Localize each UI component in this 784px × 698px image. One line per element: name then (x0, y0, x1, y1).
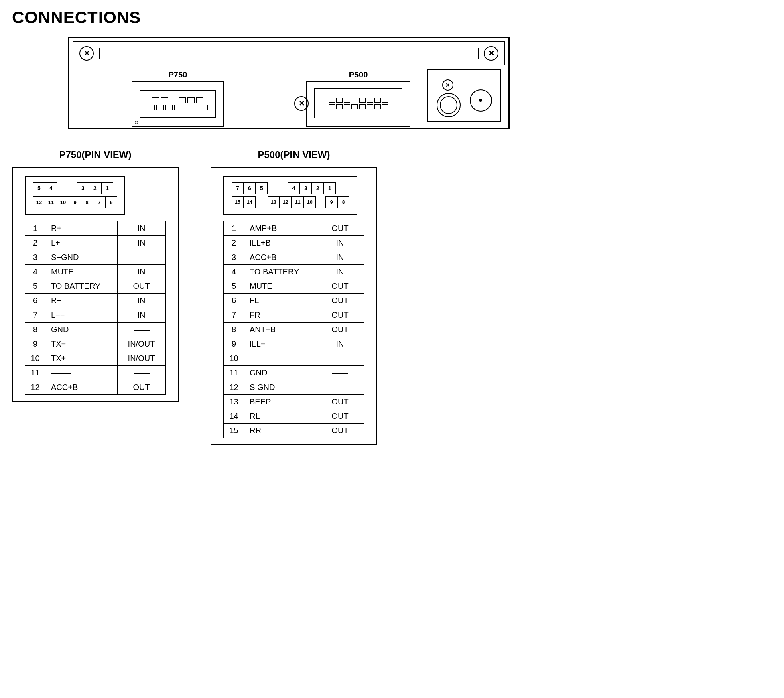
table-row: 6R−IN (25, 294, 166, 308)
pin-signal: BEEP (244, 395, 316, 409)
pin-number: 7 (25, 308, 45, 323)
pin-number: 9 (25, 337, 45, 351)
table-row: 12S.GND (224, 380, 364, 395)
big-circle-right (437, 93, 461, 117)
p500-bottom-pins (329, 104, 388, 109)
pin-number: 4 (224, 265, 244, 279)
p750-pin-view-section: P750(PIN VIEW) 5 4 3 2 1 12 11 10 9 8 (12, 149, 179, 402)
p500-pin-view-section: P500(PIN VIEW) 7 6 5 4 3 2 1 15 14 (211, 149, 377, 445)
table-row: 8GND (25, 323, 166, 337)
pin-signal: TO BATTERY (244, 265, 316, 279)
pin-11: 11 (45, 196, 57, 208)
pin-direction: IN (316, 265, 364, 279)
table-row: 10TX+IN/OUT (25, 351, 166, 366)
p750-top-pins (152, 97, 203, 103)
p500-pin-6: 6 (244, 182, 256, 194)
device-top-strip: ✕ ✕ (73, 41, 505, 65)
pin-direction: IN (118, 236, 166, 250)
vline-right (478, 48, 479, 59)
x-circle-left: ✕ (79, 46, 94, 61)
pin-direction: OUT (316, 424, 364, 438)
pin-direction: IN (118, 294, 166, 308)
table-row: 14RLOUT (224, 409, 364, 424)
pin-12: 12 (33, 196, 45, 208)
pin-signal: GND (45, 323, 118, 337)
pin-number: 6 (25, 294, 45, 308)
table-row: 7L−−IN (25, 308, 166, 323)
pin-signal (45, 366, 118, 380)
pin-number: 13 (224, 395, 244, 409)
table-row: 1AMP+BOUT (224, 221, 364, 236)
pin-direction: IN (118, 308, 166, 323)
table-row: 5TO BATTERYOUT (25, 279, 166, 294)
pin-direction: IN (118, 221, 166, 236)
table-row: 3ACC+BIN (224, 250, 364, 265)
pin-3: 3 (77, 182, 89, 194)
table-row: 10 (224, 351, 364, 366)
pin-7: 7 (93, 196, 105, 208)
pin-number: 2 (224, 236, 244, 250)
table-row: 13BEEPOUT (224, 395, 364, 409)
pin-9: 9 (69, 196, 81, 208)
p750-bottom-row: 12 11 10 9 8 7 6 (33, 196, 117, 208)
pin-number: 14 (224, 409, 244, 424)
pin-signal: TX+ (45, 351, 118, 366)
pin-number: 4 (25, 265, 45, 279)
x-circle-body: ✕ (294, 96, 309, 111)
pin-direction: OUT (316, 294, 364, 308)
pin-signal: ANT+B (244, 323, 316, 337)
pin-number: 7 (224, 308, 244, 323)
p500-pin-9: 9 (325, 196, 337, 208)
pin-signal: L−− (45, 308, 118, 323)
p750-diagram-label: P750 (132, 70, 224, 79)
pin-signal: R+ (45, 221, 118, 236)
table-row: 4TO BATTERYIN (224, 265, 364, 279)
pin-number: 9 (224, 337, 244, 351)
pin-number: 11 (224, 366, 244, 380)
pin-direction: OUT (316, 308, 364, 323)
pin-direction (118, 366, 166, 380)
table-row: 9ILL−IN (224, 337, 364, 351)
p500-pin-3: 3 (300, 182, 312, 194)
pin-direction: IN (316, 250, 364, 265)
pin-number: 2 (25, 236, 45, 250)
pin-number: 3 (224, 250, 244, 265)
pin-signal (244, 351, 316, 366)
p500-pin-12: 12 (280, 196, 292, 208)
pin-number: 11 (25, 366, 45, 380)
pin-signal: L+ (45, 236, 118, 250)
p750-view-title: P750(PIN VIEW) (59, 149, 131, 160)
table-row: 1R+IN (25, 221, 166, 236)
pin-8: 8 (81, 196, 93, 208)
inner-circle-right (440, 96, 457, 114)
pin-number: 1 (25, 221, 45, 236)
right-components: ✕ (427, 69, 501, 122)
device-body-x: ✕ (294, 96, 309, 111)
pin-number: 10 (25, 351, 45, 366)
pin-signal: FL (244, 294, 316, 308)
p750-inner (140, 90, 216, 118)
pin-direction (316, 366, 364, 380)
vline-left (99, 48, 100, 59)
pin-direction: IN (316, 337, 364, 351)
pin-number: 5 (224, 279, 244, 294)
x-small-right: ✕ (442, 79, 453, 91)
p750-pin-diagram: 5 4 3 2 1 12 11 10 9 8 7 6 (25, 176, 125, 215)
pin-direction (118, 250, 166, 265)
p500-view-container: 7 6 5 4 3 2 1 15 14 13 12 11 10 (211, 167, 377, 445)
p750-table: 1R+IN2L+IN3S−GND4MUTEIN5TO BATTERYOUT6R−… (25, 221, 166, 395)
p500-gap1 (256, 196, 268, 208)
pin-direction: IN/OUT (118, 337, 166, 351)
p500-table: 1AMP+BOUT2ILL+BIN3ACC+BIN4TO BATTERYIN5M… (223, 221, 364, 438)
p750-connector-area: P750 (132, 70, 224, 127)
pin-5: 5 (33, 182, 45, 194)
pin-signal: RR (244, 424, 316, 438)
pin-number: 1 (224, 221, 244, 236)
p750-dot (135, 121, 138, 124)
p500-pin-1: 1 (324, 182, 336, 194)
pin-signal: TO BATTERY (45, 279, 118, 294)
table-row: 7FROUT (224, 308, 364, 323)
circle-right-2 (470, 89, 492, 112)
pin-signal: R− (45, 294, 118, 308)
pin-direction: OUT (316, 395, 364, 409)
